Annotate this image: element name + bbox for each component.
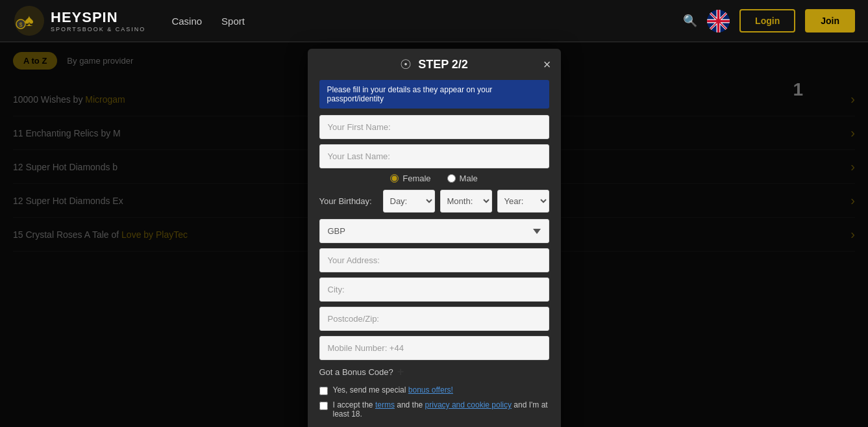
- terms-checkbox-row: I accept the terms and the privacy and c…: [319, 400, 549, 419]
- logo-sub: SPORTSBOOK & CASINO: [51, 26, 145, 32]
- first-name-input[interactable]: [319, 115, 549, 139]
- bonus-code-row[interactable]: Got a Bonus Code? +: [319, 365, 549, 379]
- modal-body: Please fill in your details as they appe…: [308, 80, 561, 427]
- birthday-label: Your Birthday:: [319, 196, 378, 206]
- bonus-offers-checkbox[interactable]: [319, 387, 328, 395]
- logo-name: HEYSPIN: [51, 9, 145, 26]
- female-option[interactable]: Female: [390, 174, 430, 183]
- bonus-offers-prefix: Yes, send me special: [333, 385, 408, 395]
- month-select[interactable]: Month:: [440, 190, 492, 213]
- modal-overlay: ☉ STEP 2/2 × Please fill in your details…: [0, 42, 868, 427]
- privacy-link[interactable]: privacy and cookie policy: [425, 400, 512, 409]
- mobile-input[interactable]: [319, 336, 549, 360]
- male-radio[interactable]: [447, 174, 456, 183]
- registration-modal: ☉ STEP 2/2 × Please fill in your details…: [308, 49, 561, 427]
- content-area: A to Z By game provider 1 10000 Wishes b…: [0, 42, 868, 427]
- shield-icon: ☉: [400, 57, 412, 72]
- svg-text:♠: ♠: [25, 10, 34, 30]
- logo: ♠ $ HEYSPIN SPORTSBOOK & CASINO: [13, 5, 145, 37]
- language-selector[interactable]: [707, 10, 730, 32]
- logo-icon: ♠ $: [13, 5, 45, 37]
- gender-row: Female Male: [319, 174, 549, 183]
- bonus-offers-checkbox-row: Yes, send me special bonus offers!: [319, 385, 549, 395]
- currency-select[interactable]: GBP: [319, 219, 549, 243]
- info-banner: Please fill in your details as they appe…: [319, 80, 549, 109]
- male-label: Male: [460, 174, 478, 183]
- male-option[interactable]: Male: [447, 174, 478, 183]
- terms-checkbox[interactable]: [319, 402, 328, 410]
- modal-close-button[interactable]: ×: [543, 57, 551, 72]
- svg-text:$: $: [19, 21, 22, 28]
- terms-link[interactable]: terms: [375, 400, 395, 409]
- uk-flag-icon: [707, 10, 730, 32]
- join-button[interactable]: Join: [805, 9, 855, 32]
- search-button[interactable]: 🔍: [683, 14, 697, 28]
- nav-casino[interactable]: Casino: [171, 16, 202, 27]
- postcode-input[interactable]: [319, 307, 549, 331]
- header: ♠ $ HEYSPIN SPORTSBOOK & CASINO Casino S…: [0, 0, 868, 42]
- plus-icon: +: [397, 365, 404, 379]
- female-radio[interactable]: [390, 174, 399, 183]
- last-name-input[interactable]: [319, 144, 549, 168]
- city-input[interactable]: [319, 278, 549, 302]
- terms-prefix: I accept the: [333, 400, 375, 409]
- header-right: 🔍 Login Join: [683, 9, 855, 32]
- day-select[interactable]: Day:: [383, 190, 435, 213]
- address-input[interactable]: [319, 248, 549, 272]
- female-label: Female: [403, 174, 430, 183]
- bonus-code-label: Got a Bonus Code?: [319, 367, 393, 377]
- birthday-row: Your Birthday: Day: Month: Year:: [319, 190, 549, 213]
- bonus-offers-link[interactable]: bonus offers!: [408, 385, 453, 395]
- nav-sport[interactable]: Sport: [221, 16, 245, 27]
- modal-header: ☉ STEP 2/2 ×: [308, 49, 561, 80]
- modal-title: STEP 2/2: [418, 58, 468, 71]
- login-button[interactable]: Login: [739, 9, 795, 32]
- nav-links: Casino Sport: [171, 16, 245, 27]
- year-select[interactable]: Year:: [497, 190, 549, 213]
- and-the: and the: [395, 400, 425, 409]
